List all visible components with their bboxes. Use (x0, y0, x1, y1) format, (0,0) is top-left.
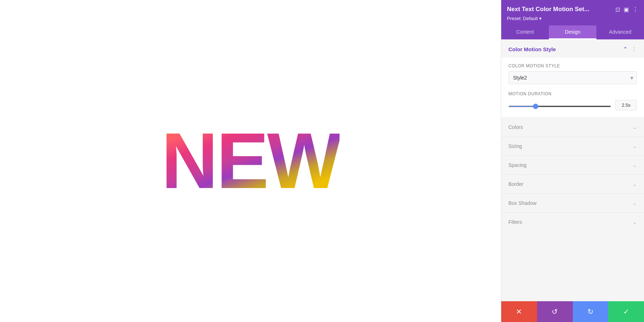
sizing-section: Sizing ⌄ (501, 136, 644, 155)
tab-design[interactable]: Design (549, 25, 596, 39)
tab-advanced[interactable]: Advanced (596, 25, 644, 39)
tab-content[interactable]: Content (501, 25, 549, 39)
more-icon[interactable]: ⋮ (633, 6, 638, 13)
preset-row: Preset: Default ▾ (507, 16, 638, 21)
confirm-button[interactable]: ✓ (608, 301, 644, 322)
new-text: NEW (161, 116, 340, 206)
box-shadow-chevron-icon: ⌄ (633, 200, 637, 206)
panel-body: Color Motion Style ⌃ ⋮ Color Motion Styl… (501, 39, 644, 301)
canvas-area: NEW (0, 0, 501, 322)
settings-content: Color Motion Style Style1 Style2 Style3 … (501, 58, 644, 117)
panel-title-icons: ⊡ ▣ ⋮ (615, 6, 638, 13)
sizing-chevron-icon: ⌄ (633, 143, 637, 149)
colors-section: Colors ⌄ (501, 117, 644, 136)
spacing-label: Spacing (508, 162, 527, 168)
slider-container (508, 102, 611, 109)
filters-header[interactable]: Filters ⌄ (501, 213, 644, 231)
action-bar: ✕ ↺ ↻ ✓ (501, 301, 644, 322)
sizing-header[interactable]: Sizing ⌄ (501, 137, 644, 155)
box-shadow-label: Box Shadow (508, 200, 537, 206)
box-shadow-header[interactable]: Box Shadow ⌄ (501, 194, 644, 212)
box-shadow-section: Box Shadow ⌄ (501, 193, 644, 212)
undo-button[interactable]: ↺ (537, 301, 573, 322)
sizing-label: Sizing (508, 143, 522, 149)
section-header-icons: ⌃ ⋮ (623, 46, 637, 53)
tabs-row: Content Design Advanced (501, 25, 644, 39)
panel-header: Next Text Color Motion Set... ⊡ ▣ ⋮ Pres… (501, 0, 644, 25)
motion-duration-label: Motion Duration (508, 91, 637, 96)
spacing-section: Spacing ⌄ (501, 155, 644, 174)
select-wrapper: Style1 Style2 Style3 ▾ (508, 71, 637, 84)
preset-arrow: ▾ (539, 16, 542, 21)
color-motion-style-header: Color Motion Style ⌃ ⋮ (501, 39, 644, 58)
motion-duration-slider[interactable] (508, 106, 611, 107)
layout-icon[interactable]: ▣ (624, 6, 629, 13)
right-panel: Next Text Color Motion Set... ⊡ ▣ ⋮ Pres… (501, 0, 644, 322)
spacing-header[interactable]: Spacing ⌄ (501, 156, 644, 174)
preset-label: Preset: (507, 16, 522, 21)
colors-chevron-icon: ⌄ (633, 124, 637, 130)
filters-label: Filters (508, 219, 522, 225)
redo-button[interactable]: ↻ (573, 301, 609, 322)
spacing-chevron-icon: ⌄ (633, 162, 637, 168)
colors-header[interactable]: Colors ⌄ (501, 118, 644, 136)
motion-duration-value[interactable] (615, 100, 637, 110)
border-section: Border ⌄ (501, 174, 644, 193)
preset-value[interactable]: Default (523, 16, 538, 21)
border-header[interactable]: Border ⌄ (501, 175, 644, 193)
cancel-button[interactable]: ✕ (501, 301, 537, 322)
style-select[interactable]: Style1 Style2 Style3 (508, 71, 637, 84)
section-more-icon[interactable]: ⋮ (631, 46, 637, 53)
color-motion-style-title: Color Motion Style (508, 46, 556, 52)
filters-section: Filters ⌄ (501, 212, 644, 231)
color-motion-style-label: Color Motion Style (508, 63, 637, 68)
filters-chevron-icon: ⌄ (633, 219, 637, 225)
panel-title: Next Text Color Motion Set... (507, 6, 615, 13)
border-chevron-icon: ⌄ (633, 181, 637, 187)
collapse-icon[interactable]: ⌃ (623, 46, 628, 53)
colors-label: Colors (508, 124, 523, 130)
border-label: Border (508, 181, 523, 187)
slider-row (508, 100, 637, 110)
expand-icon[interactable]: ⊡ (615, 6, 620, 13)
